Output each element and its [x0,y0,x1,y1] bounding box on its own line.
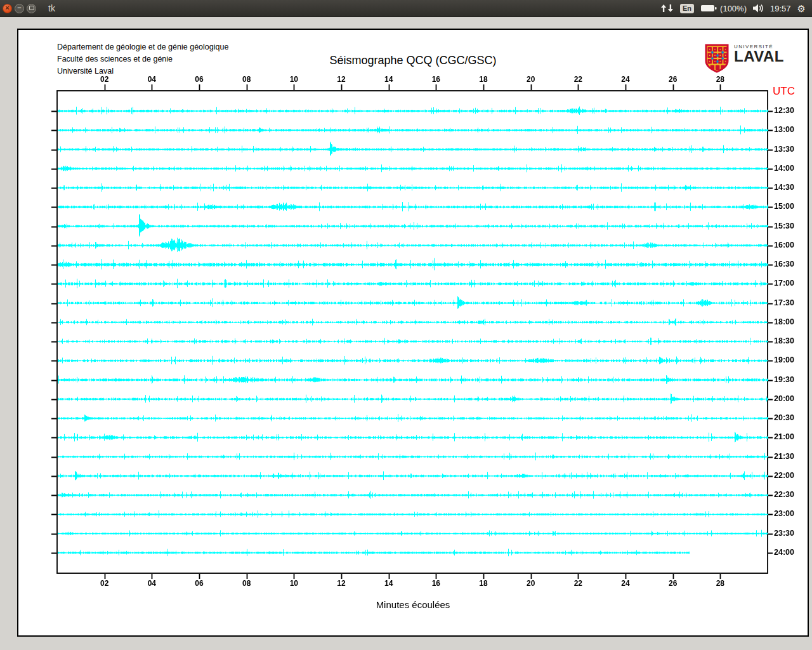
x-tick-label-top: 14 [379,75,399,84]
utc-time-label: 19:30 [774,375,794,384]
utc-time-label: 13:00 [774,125,794,134]
x-tick-label-bottom: 12 [331,579,351,588]
x-tick-label-top: 02 [95,75,115,84]
x-tick-label-top: 28 [710,75,730,84]
utc-time-label: 22:30 [774,490,794,499]
x-tick-label-bottom: 22 [568,579,588,588]
window-close-button[interactable]: × [3,4,12,13]
system-tray: En (100%) 19:57 ⚙ [660,0,806,17]
window-maximize-button[interactable] [27,4,36,13]
utc-time-label: 22:00 [774,471,794,480]
utc-time-label: 18:00 [774,317,794,326]
window-controls: × − [3,0,36,17]
close-icon: × [5,4,9,11]
x-tick-label-bottom: 26 [663,579,683,588]
utc-time-label: 17:00 [774,279,794,288]
clock[interactable]: 19:57 [770,4,791,13]
x-tick-label-top: 16 [426,75,446,84]
x-tick-label-top: 10 [284,75,304,84]
x-tick-label-top: 22 [568,75,588,84]
system-panel: × − tk En (100%) 19:57 ⚙ [0,0,812,17]
utc-time-label: 20:30 [774,413,794,422]
network-updown-icon[interactable] [660,4,674,13]
session-gear-icon[interactable]: ⚙ [797,4,806,13]
x-tick-label-top: 12 [331,75,351,84]
utc-time-label: 15:30 [774,222,794,230]
x-tick-label-top: 08 [237,75,257,84]
x-tick-label-top: 20 [521,75,541,84]
maximize-icon [29,6,34,10]
utc-label: UTC [773,85,795,98]
utc-time-label: 16:30 [774,260,794,269]
x-tick-label-top: 26 [663,75,683,84]
window-title: tk [48,3,55,13]
utc-time-label: 16:00 [774,241,794,249]
battery-percent: (100%) [720,4,747,13]
x-tick-label-bottom: 18 [473,579,494,588]
keyboard-layout-indicator[interactable]: En [680,4,694,13]
volume-icon[interactable] [753,4,764,13]
minimize-icon: − [17,4,21,11]
utc-time-label: 17:30 [774,298,794,307]
utc-time-label: 19:00 [774,355,794,364]
x-tick-label-bottom: 02 [95,579,115,588]
utc-time-label: 24:00 [774,548,794,557]
utc-time-label: 14:00 [774,164,794,173]
utc-time-label: 20:00 [774,394,794,403]
x-tick-label-bottom: 24 [615,579,636,588]
utc-time-label: 23:00 [774,509,794,518]
x-tick-label-bottom: 10 [284,579,304,588]
utc-time-label: 23:30 [774,529,794,538]
x-tick-label-bottom: 04 [141,579,162,588]
utc-time-label: 12:30 [774,106,794,115]
utc-time-label: 15:00 [774,202,794,211]
x-tick-label-top: 18 [473,75,494,84]
seismograph-canvas-area: Département de géologie et de génie géol… [17,29,809,637]
x-tick-label-bottom: 06 [189,579,209,588]
utc-time-label: 21:30 [774,452,794,461]
x-tick-label-bottom: 14 [379,579,399,588]
battery-icon [700,4,717,13]
battery-indicator[interactable]: (100%) [700,4,747,13]
x-tick-label-bottom: 08 [237,579,257,588]
utc-time-label: 18:30 [774,336,794,345]
x-tick-label-bottom: 28 [710,579,730,588]
x-tick-label-bottom: 20 [521,579,541,588]
seismogram-canvas [18,30,808,635]
utc-time-label: 21:00 [774,432,794,441]
x-tick-label-top: 24 [615,75,636,84]
utc-time-label: 13:30 [774,145,794,154]
x-tick-label-top: 06 [189,75,209,84]
utc-time-label: 14:30 [774,183,794,192]
tk-window-background: Département de géologie et de génie géol… [0,17,812,650]
x-tick-label-top: 04 [141,75,162,84]
x-tick-label-bottom: 16 [426,579,446,588]
window-minimize-button[interactable]: − [15,4,24,13]
x-axis-title: Minutes écoulées [18,599,808,610]
